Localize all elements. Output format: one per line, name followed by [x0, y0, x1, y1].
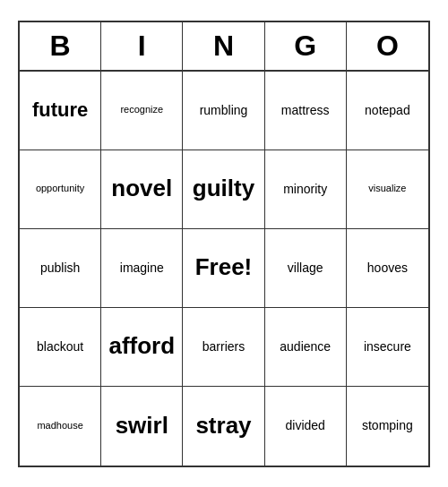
bingo-cell[interactable]: recognize [101, 72, 183, 150]
cell-text: publish [40, 261, 80, 276]
cell-text: insecure [364, 339, 411, 355]
bingo-cell[interactable]: blackout [20, 308, 101, 387]
bingo-cell[interactable]: hooves [347, 229, 428, 308]
cell-text: afford [108, 332, 175, 360]
header-letter: N [183, 22, 264, 70]
cell-text: village [288, 261, 323, 276]
cell-text: rumbling [200, 103, 248, 118]
bingo-cell[interactable]: future [20, 72, 101, 150]
bingo-cell[interactable]: barriers [183, 308, 264, 387]
cell-text: divided [286, 418, 325, 433]
bingo-cell[interactable]: audience [265, 308, 347, 387]
bingo-cell[interactable]: Free! [183, 229, 264, 308]
bingo-cell[interactable]: stray [183, 387, 264, 466]
bingo-cell[interactable]: insecure [347, 308, 428, 387]
bingo-cell[interactable]: mattress [265, 72, 347, 150]
bingo-cell[interactable]: divided [265, 387, 347, 466]
bingo-cell[interactable]: publish [20, 229, 101, 308]
bingo-cell[interactable]: novel [101, 150, 183, 229]
bingo-cell[interactable]: visualize [347, 150, 428, 229]
cell-text: imagine [120, 261, 164, 276]
bingo-cell[interactable]: madhouse [20, 387, 101, 466]
cell-text: audience [280, 339, 331, 355]
cell-text: swirl [116, 412, 168, 440]
cell-text: recognize [120, 104, 163, 115]
cell-text: Free! [195, 253, 253, 281]
cell-text: future [32, 98, 88, 122]
cell-text: barriers [202, 339, 245, 355]
bingo-cell[interactable]: rumbling [183, 72, 264, 150]
bingo-cell[interactable]: opportunity [20, 150, 101, 229]
cell-text: blackout [37, 339, 83, 355]
bingo-card: BINGO futurerecognizerumblingmattressnot… [18, 21, 430, 467]
bingo-grid: futurerecognizerumblingmattressnotepadop… [20, 72, 428, 466]
bingo-cell[interactable]: village [265, 229, 347, 308]
bingo-header: BINGO [20, 22, 428, 72]
header-letter: O [347, 22, 428, 70]
bingo-cell[interactable]: swirl [101, 387, 183, 466]
header-letter: I [101, 22, 183, 70]
cell-text: guilty [193, 175, 254, 202]
cell-text: stomping [362, 418, 413, 433]
cell-text: visualize [368, 183, 406, 194]
cell-text: novel [111, 175, 172, 202]
bingo-cell[interactable]: afford [101, 308, 183, 387]
bingo-cell[interactable]: notepad [347, 72, 428, 150]
bingo-cell[interactable]: minority [265, 150, 347, 229]
header-letter: G [265, 22, 347, 70]
cell-text: minority [283, 182, 327, 197]
header-letter: B [20, 22, 101, 70]
cell-text: mattress [281, 103, 330, 118]
cell-text: stray [195, 412, 251, 440]
cell-text: hooves [367, 261, 408, 276]
cell-text: opportunity [36, 183, 84, 194]
bingo-cell[interactable]: stomping [347, 387, 428, 466]
cell-text: madhouse [37, 420, 82, 431]
bingo-cell[interactable]: guilty [183, 150, 264, 229]
cell-text: notepad [365, 103, 410, 118]
bingo-cell[interactable]: imagine [101, 229, 183, 308]
